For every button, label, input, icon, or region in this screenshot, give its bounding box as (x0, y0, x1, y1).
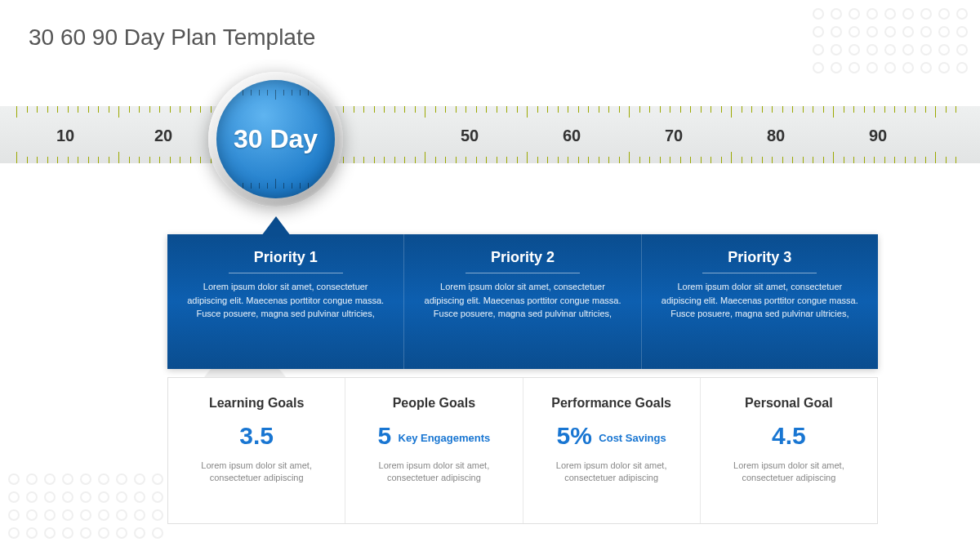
ruler-label-20: 20 (154, 127, 172, 145)
goal-people-number: 5 (378, 422, 392, 449)
goal-people-sub: Key Engagements (399, 432, 491, 444)
priority-3-body: Lorem ipsum dolor sit amet, consectetuer… (660, 280, 860, 321)
goal-performance: Performance Goals 5% Cost Savings Lorem … (523, 378, 701, 523)
goal-personal-body: Lorem ipsum dolor sit amet, consectetuer… (715, 460, 862, 485)
goal-people: People Goals 5 Key Engagements Lorem ips… (345, 378, 523, 523)
ruler-label-70: 70 (665, 127, 683, 145)
goal-learning-title: Learning Goals (183, 396, 330, 411)
callout-pointer (261, 216, 291, 236)
goal-people-body: Lorem ipsum dolor sit amet, consectetuer… (360, 460, 507, 485)
goal-personal-title: Personal Goal (715, 396, 862, 411)
ruler-label-60: 60 (563, 127, 581, 145)
priority-1: Priority 1 Lorem ipsum dolor sit amet, c… (167, 234, 404, 369)
goal-personal-value: 4.5 (715, 422, 862, 450)
timeline-ruler: 10205060708090 (0, 106, 980, 163)
magnifier-label: 30 Day (234, 124, 318, 154)
priority-3: Priority 3 Lorem ipsum dolor sit amet, c… (642, 234, 878, 369)
goal-personal: Personal Goal 4.5 Lorem ipsum dolor sit … (701, 378, 877, 523)
goal-learning-body: Lorem ipsum dolor sit amet, consectetuer… (183, 460, 330, 485)
magnifier-lens: 30 Day (208, 72, 343, 207)
goal-performance-body: Lorem ipsum dolor sit amet, consectetuer… (538, 460, 685, 485)
ruler-label-90: 90 (869, 127, 887, 145)
ruler-label-10: 10 (56, 127, 74, 145)
goal-performance-sub: Cost Savings (599, 432, 666, 444)
goal-people-title: People Goals (360, 396, 507, 411)
priority-2: Priority 2 Lorem ipsum dolor sit amet, c… (404, 234, 641, 369)
ruler-label-50: 50 (461, 127, 479, 145)
goal-performance-value: 5% Cost Savings (538, 422, 685, 450)
goal-people-value: 5 Key Engagements (360, 422, 507, 450)
page-title: 30 60 90 Day Plan Template (29, 24, 315, 51)
priorities-panel: Priority 1 Lorem ipsum dolor sit amet, c… (167, 234, 878, 369)
magnifier-inner: 30 Day (216, 80, 335, 198)
priority-3-title: Priority 3 (702, 249, 817, 273)
priority-2-title: Priority 2 (466, 249, 580, 273)
priority-1-body: Lorem ipsum dolor sit amet, consectetuer… (185, 280, 385, 321)
priority-2-body: Lorem ipsum dolor sit amet, consectetuer… (422, 280, 622, 321)
goal-performance-number: 5% (557, 422, 592, 449)
ruler-label-80: 80 (767, 127, 785, 145)
goal-performance-title: Performance Goals (538, 396, 685, 411)
goal-learning: Learning Goals 3.5 Lorem ipsum dolor sit… (168, 378, 345, 523)
goals-panel: Learning Goals 3.5 Lorem ipsum dolor sit… (167, 377, 878, 524)
priority-1-title: Priority 1 (229, 249, 343, 273)
decorative-dots-top (813, 8, 968, 73)
goal-learning-value: 3.5 (183, 422, 330, 450)
goal-learning-number: 3.5 (239, 422, 274, 449)
goal-personal-number: 4.5 (772, 422, 806, 449)
